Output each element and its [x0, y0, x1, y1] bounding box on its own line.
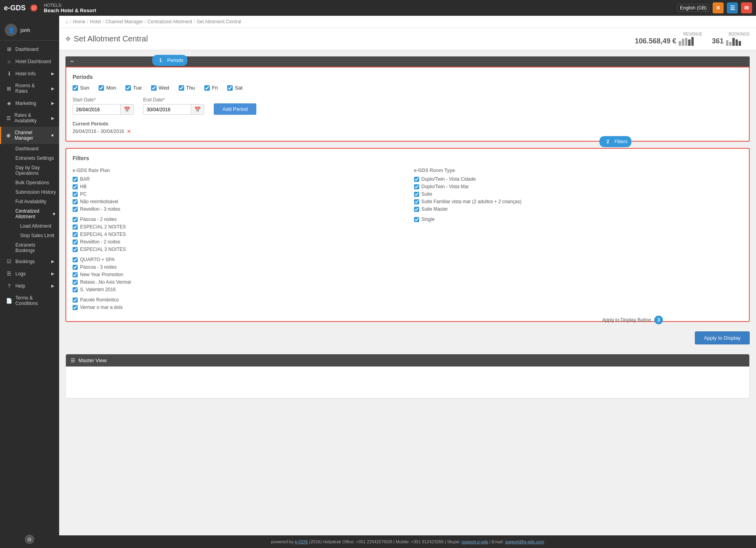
filter-especial-2[interactable]: ESPECIAL 2 NOITES	[73, 224, 401, 230]
sidebar-sub-day-by-day[interactable]: Day by Day Operations	[11, 163, 59, 178]
sidebar-item-marketing[interactable]: ◈ Marketing ▶	[0, 97, 59, 109]
apply-to-display-button[interactable]: Apply to Display	[695, 331, 750, 344]
day-fri[interactable]: Fri	[204, 85, 218, 91]
suite-familiar-checkbox[interactable]	[414, 199, 419, 204]
quarto-spa-checkbox[interactable]	[73, 257, 78, 262]
filter-pc[interactable]: PC	[73, 191, 401, 197]
filter-suite-master[interactable]: Suite Master	[414, 206, 743, 212]
sidebar-item-help[interactable]: ? Help ▶	[0, 280, 59, 292]
filter-pacote-romantico[interactable]: Pacote Romântico	[73, 297, 401, 303]
filter-valentim[interactable]: S. Valentim 2016	[73, 287, 401, 292]
sidebar-sub-stop-sales-limit[interactable]: Stop Sales Limit	[16, 231, 59, 240]
day-thu[interactable]: Thu	[179, 85, 195, 91]
brand-logo[interactable]: e-GDS	[4, 4, 26, 12]
menu-icon-btn[interactable]: ☰	[727, 2, 738, 13]
sidebar-sub-submission-history[interactable]: Submission History	[11, 187, 59, 197]
footer-email-link[interactable]: support@e-gds.com	[505, 539, 544, 544]
end-date-calendar-icon[interactable]: 📅	[191, 105, 204, 114]
edit-icon[interactable]: ✏	[70, 59, 74, 64]
vermar-checkbox[interactable]	[73, 305, 78, 310]
sidebar-sub-bulk-operations[interactable]: Bulk Operations	[11, 178, 59, 187]
filter-suite[interactable]: Suite	[414, 191, 743, 197]
sidebar-sub-full-availability[interactable]: Full Availability	[11, 197, 59, 206]
filter-especial-3[interactable]: ESPECIAL 3 NOITES	[73, 247, 401, 252]
valentim-checkbox[interactable]	[73, 287, 78, 292]
breadcrumb-channel-manager[interactable]: Channel Manager	[105, 19, 143, 24]
nao-reembolsavel-checkbox[interactable]	[73, 199, 78, 204]
close-icon-btn[interactable]: ✕	[713, 2, 724, 13]
day-tue[interactable]: Tue	[125, 85, 142, 91]
filter-pascoa-2[interactable]: Páscoa - 2 noites	[73, 217, 401, 222]
day-mon[interactable]: Mon	[99, 85, 116, 91]
filter-reveillon-3[interactable]: Reveillon - 3 noites	[73, 206, 401, 212]
filter-vermar[interactable]: Vermar o mar a dois	[73, 305, 401, 310]
reveillon-2-checkbox[interactable]	[73, 239, 78, 245]
settings-gear-icon[interactable]: ⚙	[25, 535, 34, 544]
day-mon-checkbox[interactable]	[99, 85, 104, 91]
add-period-button[interactable]: Add Period	[214, 103, 256, 115]
notification-badge[interactable]: 17	[30, 4, 37, 11]
sidebar-item-rates-availability[interactable]: ☰ Rates & Availability ▶	[0, 109, 59, 127]
duplo-mar-checkbox[interactable]	[414, 184, 419, 189]
duplo-cidade-checkbox[interactable]	[414, 177, 419, 182]
sidebar-sub-extranets-bookings[interactable]: Extranets Bookings	[11, 240, 59, 255]
remove-period-icon[interactable]: ✕	[127, 128, 131, 135]
hotel-selector[interactable]: HOTELS: Beach Hotel & Resort	[44, 3, 96, 13]
filter-reveillon-2[interactable]: Reveillon - 2 noites	[73, 239, 401, 245]
start-date-input[interactable]	[73, 105, 120, 114]
single-checkbox[interactable]	[414, 217, 419, 222]
sidebar-item-terms[interactable]: 📄 Terms & Conditions	[0, 292, 59, 309]
suite-checkbox[interactable]	[414, 192, 419, 197]
filter-especial-4[interactable]: ESPECIAL 4 NOITES	[73, 232, 401, 237]
day-wed[interactable]: Wed	[151, 85, 169, 91]
filter-hb[interactable]: HB	[73, 184, 401, 189]
envelope-icon-btn[interactable]: ✉	[741, 2, 752, 13]
sidebar-sub-dashboard[interactable]: Dashboard	[11, 144, 59, 153]
filter-suite-familiar[interactable]: Suite Familiar vista mar (2 adultos + 2 …	[414, 199, 743, 204]
suite-master-checkbox[interactable]	[414, 207, 419, 212]
breadcrumb-centralized-allotment[interactable]: Centralized Allotment	[147, 19, 192, 24]
sidebar-item-logs[interactable]: ☰ Logs ▶	[0, 267, 59, 280]
sidebar-item-hotel-dashboard[interactable]: ⌂ Hotel Dashboard	[0, 55, 59, 67]
end-date-input[interactable]	[144, 105, 191, 114]
bar-checkbox[interactable]	[73, 177, 78, 182]
footer-skype-link[interactable]: support.e-gds	[462, 539, 488, 544]
start-date-calendar-icon[interactable]: 📅	[120, 105, 133, 114]
footer-egds-link[interactable]: e-GDS	[295, 539, 308, 544]
filter-bar[interactable]: BAR	[73, 176, 401, 182]
sidebar-item-hotel-info[interactable]: ℹ Hotel Info ▶	[0, 67, 59, 80]
filter-relaxe[interactable]: Relaxe...No Axis Vermar	[73, 279, 401, 285]
breadcrumb-hotel[interactable]: Hotel	[90, 19, 101, 24]
reveillon-3-checkbox[interactable]	[73, 207, 78, 212]
especial-4-checkbox[interactable]	[73, 232, 78, 237]
filter-new-year[interactable]: New Year Promotion	[73, 272, 401, 277]
filter-nao-reembolsavel[interactable]: Não reembolsável	[73, 199, 401, 204]
day-tue-checkbox[interactable]	[125, 85, 131, 91]
filter-duplo-mar[interactable]: Duplo/Twin - Vista Mar	[414, 184, 743, 189]
day-sat[interactable]: Sat	[227, 85, 243, 91]
especial-2-checkbox[interactable]	[73, 224, 78, 230]
filter-quarto-spa[interactable]: QUARTO + SPA	[73, 257, 401, 262]
relaxe-checkbox[interactable]	[73, 280, 78, 285]
day-sat-checkbox[interactable]	[227, 85, 233, 91]
day-wed-checkbox[interactable]	[151, 85, 157, 91]
day-fri-checkbox[interactable]	[204, 85, 210, 91]
sidebar-item-channel-manager[interactable]: ⊕ Channel Manager ▼	[0, 127, 59, 144]
hb-checkbox[interactable]	[73, 184, 78, 189]
pc-checkbox[interactable]	[73, 192, 78, 197]
pacote-romantico-checkbox[interactable]	[73, 297, 78, 303]
sidebar-sub-load-allotment[interactable]: Load Allotment	[16, 221, 59, 231]
new-year-checkbox[interactable]	[73, 272, 78, 277]
language-selector[interactable]: English (GB)	[677, 4, 709, 12]
filter-single[interactable]: Single	[414, 217, 743, 222]
sidebar-item-rooms-rates[interactable]: ⊞ Rooms & Rates ▶	[0, 80, 59, 97]
pascoa-2-checkbox[interactable]	[73, 217, 78, 222]
filter-duplo-cidade[interactable]: Duplo/Twin - Vista Cidade	[414, 176, 743, 182]
sidebar-item-bookings[interactable]: ☑ Bookings ▶	[0, 255, 59, 267]
day-sun[interactable]: Sun	[73, 85, 89, 91]
especial-3-checkbox[interactable]	[73, 247, 78, 252]
day-sun-checkbox[interactable]	[73, 85, 78, 91]
filter-pascoa-3[interactable]: Páscoa - 3 noites	[73, 264, 401, 270]
sidebar-item-dashboard[interactable]: ⊞ Dashboard	[0, 43, 59, 55]
sidebar-sub-extranets-settings[interactable]: Extranets Settings	[11, 153, 59, 163]
